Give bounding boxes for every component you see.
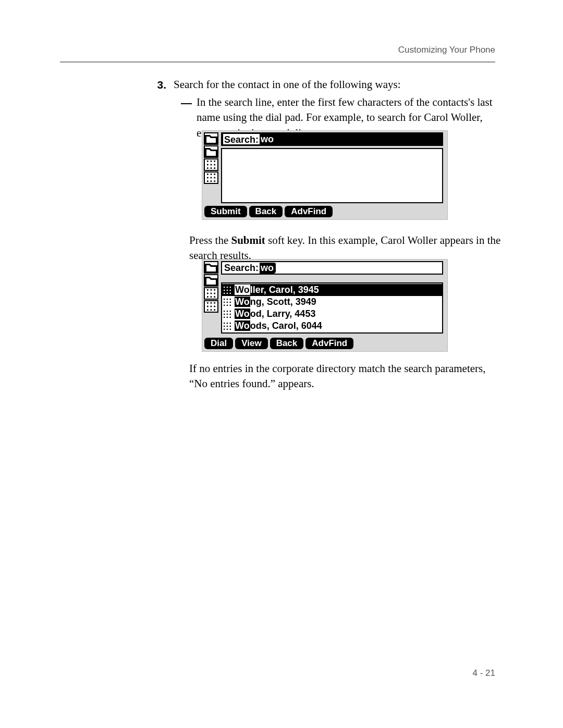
svg-rect-44 [230,292,231,293]
search-value: wo [260,134,274,145]
keypad-icon [223,310,231,318]
svg-rect-48 [224,301,225,302]
softkey-back[interactable]: Back [249,206,283,217]
svg-rect-61 [227,316,228,317]
svg-rect-66 [224,325,225,326]
text-cursor [275,263,276,273]
svg-rect-5 [214,164,215,166]
svg-rect-68 [230,325,231,326]
result-text: Wood, Larry, 4453 [235,309,315,319]
keypad-icon [204,287,218,300]
svg-rect-69 [224,328,225,329]
softkey-advfind[interactable]: AdvFind [305,338,353,349]
svg-rect-34 [211,309,212,311]
svg-rect-17 [214,180,215,182]
softkey-view[interactable]: View [235,338,267,349]
svg-rect-46 [227,299,228,300]
svg-rect-45 [224,299,225,300]
search-label: Search: [222,133,260,145]
svg-rect-63 [224,323,225,324]
svg-rect-41 [230,289,231,290]
svg-rect-47 [230,299,231,300]
svg-rect-67 [227,325,228,326]
keypad-icon [223,298,231,306]
svg-rect-4 [211,164,212,166]
svg-rect-9 [207,174,209,175]
result-row[interactable]: Woods, Carol, 6044 [222,320,442,332]
result-row[interactable]: Woller, Carol, 3945 [222,284,442,296]
svg-rect-12 [207,177,209,179]
svg-rect-18 [207,289,209,291]
svg-rect-29 [214,302,215,304]
page-number: 4 - 21 [473,668,495,678]
svg-rect-11 [214,174,215,175]
result-text: Wong, Scott, 3949 [235,297,316,307]
svg-rect-65 [230,323,231,324]
search-input[interactable]: Search: wo [221,261,443,275]
keypad-icon [223,322,231,330]
svg-rect-26 [214,296,215,298]
folder-icon [204,261,218,274]
svg-rect-20 [214,289,215,291]
svg-rect-54 [224,311,225,312]
softkey-back[interactable]: Back [270,338,304,349]
svg-rect-30 [207,306,209,307]
svg-rect-42 [224,292,225,293]
svg-rect-3 [207,164,209,166]
result-row[interactable]: Wood, Larry, 4453 [222,308,442,320]
svg-rect-37 [227,287,228,288]
svg-rect-55 [227,311,228,312]
svg-rect-36 [224,287,225,288]
svg-rect-57 [224,313,225,314]
folder-icon [204,274,218,287]
softkey-dial[interactable]: Dial [204,338,233,349]
softkey-bar-1: Submit Back AdvFind [204,206,445,217]
svg-rect-50 [230,301,231,302]
svg-rect-31 [211,306,212,307]
page-header: Customizing Your Phone [398,45,495,55]
svg-rect-38 [230,287,231,288]
svg-rect-43 [227,292,228,293]
lcd1-sidebar [204,132,219,184]
keypad-icon [204,158,218,171]
svg-rect-19 [211,289,212,291]
svg-rect-35 [214,309,215,311]
result-text: Woods, Carol, 6044 [235,320,322,331]
softkey-submit[interactable]: Submit [204,206,247,217]
svg-rect-33 [207,309,209,311]
keypad-icon [204,300,218,313]
svg-rect-58 [227,313,228,314]
softkey-bar-2: Dial View Back AdvFind [204,338,445,349]
phone-screenshot-1: Search: wo Submit Back AdvFind [202,130,448,220]
result-list: Woller, Carol, 3945Wong, Scott, 3949Wood… [221,282,443,334]
svg-rect-24 [207,296,209,298]
phone-screenshot-2: Search: wo Woller, Carol, 3945Wong, Scot… [202,259,448,352]
svg-rect-21 [207,293,209,294]
step-text: Search for the contact in one of the fol… [174,77,492,92]
svg-rect-16 [211,180,212,182]
svg-rect-40 [227,289,228,290]
svg-rect-23 [214,293,215,294]
svg-rect-13 [211,177,212,179]
svg-rect-0 [207,161,209,162]
svg-rect-56 [230,311,231,312]
svg-rect-7 [211,167,212,169]
para2-pre: Press the [189,234,231,246]
svg-rect-25 [211,296,212,298]
svg-rect-8 [214,167,215,169]
svg-rect-1 [211,161,212,162]
svg-rect-52 [227,304,228,305]
header-rule [60,61,495,63]
result-row[interactable]: Wong, Scott, 3949 [222,296,442,308]
search-label: Search: [224,263,259,274]
para2-bold: Submit [231,234,265,246]
softkey-advfind[interactable]: AdvFind [285,206,333,217]
svg-rect-60 [224,316,225,317]
svg-rect-70 [227,328,228,329]
keypad-icon [223,286,231,294]
svg-rect-28 [211,302,212,304]
search-input[interactable]: Search: wo [221,132,443,146]
keypad-icon [204,171,218,184]
svg-rect-49 [227,301,228,302]
search-value: wo [260,263,275,274]
